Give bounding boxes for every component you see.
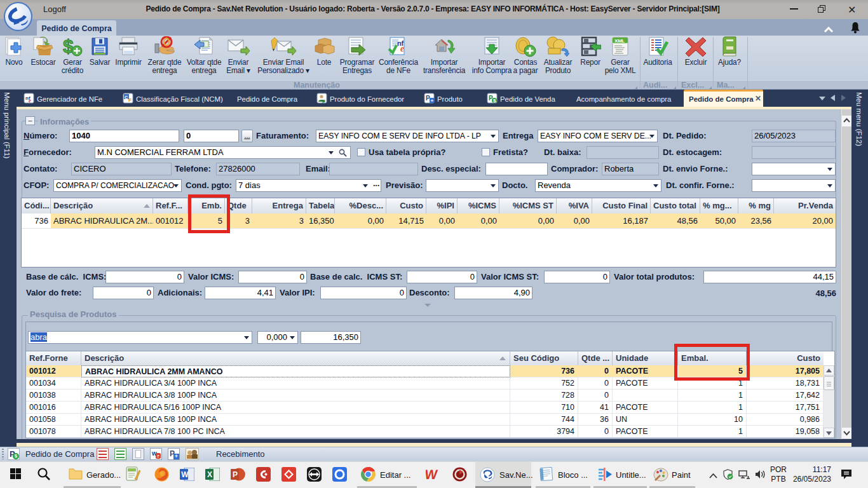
svg-text:C: C	[125, 95, 128, 100]
svg-text:p: p	[322, 98, 325, 104]
svg-text:XML: XML	[614, 38, 625, 44]
svg-text:P: P	[233, 470, 238, 479]
svg-text:P: P	[426, 95, 430, 102]
svg-text:F: F	[128, 97, 132, 103]
svg-text:e: e	[29, 97, 31, 104]
svg-text:+: +	[431, 98, 434, 104]
svg-text:W: W	[426, 468, 438, 481]
svg-text:$: $	[493, 98, 496, 104]
svg-text:e: e	[400, 44, 404, 53]
svg-text:X: X	[207, 470, 212, 479]
svg-text:W: W	[181, 470, 189, 479]
svg-text:$: $	[63, 36, 74, 57]
